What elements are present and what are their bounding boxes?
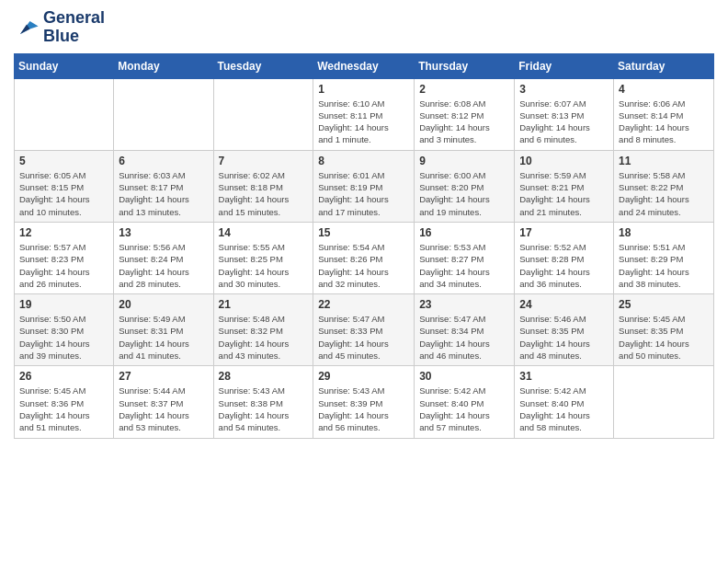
day-info: Sunrise: 6:00 AMSunset: 8:20 PMDaylight:…	[419, 169, 509, 218]
day-number: 2	[419, 83, 509, 96]
day-number: 16	[419, 226, 509, 239]
calendar-cell: 4Sunrise: 6:06 AMSunset: 8:14 PMDaylight…	[614, 78, 714, 150]
day-number: 9	[419, 155, 509, 167]
day-number: 11	[619, 155, 709, 167]
day-number: 23	[419, 298, 509, 311]
day-number: 26	[19, 370, 108, 383]
calendar-week-1: 1Sunrise: 6:10 AMSunset: 8:11 PMDaylight…	[15, 78, 714, 150]
day-info: Sunrise: 5:42 AMSunset: 8:40 PMDaylight:…	[419, 385, 509, 433]
weekday-header-wednesday: Wednesday	[313, 53, 415, 78]
day-info: Sunrise: 6:03 AMSunset: 8:17 PMDaylight:…	[119, 169, 208, 218]
day-info: Sunrise: 5:53 AMSunset: 8:27 PMDaylight:…	[419, 241, 509, 290]
calendar-cell: 31Sunrise: 5:42 AMSunset: 8:40 PMDayligh…	[515, 366, 614, 438]
day-number: 8	[318, 155, 409, 167]
day-number: 1	[318, 83, 409, 96]
weekday-header-thursday: Thursday	[415, 53, 515, 78]
day-info: Sunrise: 5:50 AMSunset: 8:30 PMDaylight:…	[19, 313, 108, 362]
calendar-cell	[213, 78, 313, 150]
day-number: 21	[219, 298, 309, 311]
day-number: 22	[318, 298, 409, 311]
day-number: 5	[19, 155, 108, 167]
calendar-cell: 27Sunrise: 5:44 AMSunset: 8:37 PMDayligh…	[114, 366, 213, 438]
logo-icon	[14, 15, 40, 40]
weekday-header-saturday: Saturday	[614, 53, 714, 78]
calendar-cell: 11Sunrise: 5:58 AMSunset: 8:22 PMDayligh…	[614, 150, 714, 222]
day-info: Sunrise: 5:56 AMSunset: 8:24 PMDaylight:…	[119, 241, 208, 290]
day-number: 20	[119, 298, 208, 311]
day-info: Sunrise: 6:01 AMSunset: 8:19 PMDaylight:…	[318, 169, 409, 218]
day-info: Sunrise: 5:46 AMSunset: 8:35 PMDaylight:…	[519, 313, 609, 362]
calendar-cell	[114, 78, 213, 150]
day-info: Sunrise: 5:42 AMSunset: 8:40 PMDaylight:…	[519, 385, 609, 433]
day-number: 29	[318, 370, 409, 383]
calendar-cell: 8Sunrise: 6:01 AMSunset: 8:19 PMDaylight…	[313, 150, 415, 222]
day-info: Sunrise: 5:52 AMSunset: 8:28 PMDaylight:…	[519, 241, 609, 290]
calendar-cell: 20Sunrise: 5:49 AMSunset: 8:31 PMDayligh…	[114, 294, 213, 366]
calendar-cell: 1Sunrise: 6:10 AMSunset: 8:11 PMDaylight…	[313, 78, 415, 150]
calendar-cell: 26Sunrise: 5:45 AMSunset: 8:36 PMDayligh…	[15, 366, 114, 438]
day-info: Sunrise: 5:49 AMSunset: 8:31 PMDaylight:…	[119, 313, 208, 362]
day-info: Sunrise: 5:57 AMSunset: 8:23 PMDaylight:…	[19, 241, 108, 290]
calendar-header-row: SundayMondayTuesdayWednesdayThursdayFrid…	[15, 53, 714, 78]
day-info: Sunrise: 5:47 AMSunset: 8:34 PMDaylight:…	[419, 313, 509, 362]
day-number: 31	[519, 370, 609, 383]
calendar-cell: 24Sunrise: 5:46 AMSunset: 8:35 PMDayligh…	[515, 294, 614, 366]
calendar-cell: 18Sunrise: 5:51 AMSunset: 8:29 PMDayligh…	[614, 222, 714, 293]
day-info: Sunrise: 6:10 AMSunset: 8:11 PMDaylight:…	[318, 98, 409, 146]
calendar-cell: 22Sunrise: 5:47 AMSunset: 8:33 PMDayligh…	[313, 294, 415, 366]
calendar-week-5: 26Sunrise: 5:45 AMSunset: 8:36 PMDayligh…	[15, 366, 714, 438]
calendar-cell: 12Sunrise: 5:57 AMSunset: 8:23 PMDayligh…	[15, 222, 114, 293]
weekday-header-sunday: Sunday	[15, 53, 114, 78]
day-number: 28	[219, 370, 309, 383]
day-info: Sunrise: 5:59 AMSunset: 8:21 PMDaylight:…	[519, 169, 609, 218]
day-info: Sunrise: 5:45 AMSunset: 8:36 PMDaylight:…	[19, 385, 108, 433]
day-info: Sunrise: 5:43 AMSunset: 8:39 PMDaylight:…	[318, 385, 409, 433]
day-number: 17	[519, 226, 609, 239]
calendar-week-2: 5Sunrise: 6:05 AMSunset: 8:15 PMDaylight…	[15, 150, 714, 222]
day-number: 12	[19, 226, 108, 239]
day-number: 4	[619, 83, 709, 96]
day-number: 27	[119, 370, 208, 383]
calendar-cell: 6Sunrise: 6:03 AMSunset: 8:17 PMDaylight…	[114, 150, 213, 222]
day-info: Sunrise: 6:02 AMSunset: 8:18 PMDaylight:…	[219, 169, 309, 218]
day-info: Sunrise: 6:06 AMSunset: 8:14 PMDaylight:…	[619, 98, 709, 146]
day-number: 10	[519, 155, 609, 167]
page-header: General Blue	[14, 9, 714, 46]
day-number: 6	[119, 155, 208, 167]
calendar-cell: 2Sunrise: 6:08 AMSunset: 8:12 PMDaylight…	[415, 78, 515, 150]
day-number: 24	[519, 298, 609, 311]
day-info: Sunrise: 6:07 AMSunset: 8:13 PMDaylight:…	[519, 98, 609, 146]
calendar-cell: 7Sunrise: 6:02 AMSunset: 8:18 PMDaylight…	[213, 150, 313, 222]
day-number: 30	[419, 370, 509, 383]
calendar-cell: 29Sunrise: 5:43 AMSunset: 8:39 PMDayligh…	[313, 366, 415, 438]
calendar-cell: 14Sunrise: 5:55 AMSunset: 8:25 PMDayligh…	[213, 222, 313, 293]
calendar-cell: 25Sunrise: 5:45 AMSunset: 8:35 PMDayligh…	[614, 294, 714, 366]
day-info: Sunrise: 5:47 AMSunset: 8:33 PMDaylight:…	[318, 313, 409, 362]
calendar-cell: 5Sunrise: 6:05 AMSunset: 8:15 PMDaylight…	[15, 150, 114, 222]
day-number: 25	[619, 298, 709, 311]
calendar-week-4: 19Sunrise: 5:50 AMSunset: 8:30 PMDayligh…	[15, 294, 714, 366]
calendar-table: SundayMondayTuesdayWednesdayThursdayFrid…	[14, 53, 714, 439]
calendar-cell: 15Sunrise: 5:54 AMSunset: 8:26 PMDayligh…	[313, 222, 415, 293]
day-number: 14	[219, 226, 309, 239]
day-info: Sunrise: 5:55 AMSunset: 8:25 PMDaylight:…	[219, 241, 309, 290]
weekday-header-friday: Friday	[515, 53, 614, 78]
calendar-cell: 17Sunrise: 5:52 AMSunset: 8:28 PMDayligh…	[515, 222, 614, 293]
day-info: Sunrise: 5:51 AMSunset: 8:29 PMDaylight:…	[619, 241, 709, 290]
day-info: Sunrise: 5:44 AMSunset: 8:37 PMDaylight:…	[119, 385, 208, 433]
calendar-cell	[15, 78, 114, 150]
weekday-header-tuesday: Tuesday	[213, 53, 313, 78]
calendar-cell: 28Sunrise: 5:43 AMSunset: 8:38 PMDayligh…	[213, 366, 313, 438]
day-info: Sunrise: 6:05 AMSunset: 8:15 PMDaylight:…	[19, 169, 108, 218]
day-number: 18	[619, 226, 709, 239]
day-info: Sunrise: 5:43 AMSunset: 8:38 PMDaylight:…	[219, 385, 309, 433]
calendar-cell: 16Sunrise: 5:53 AMSunset: 8:27 PMDayligh…	[415, 222, 515, 293]
calendar-week-3: 12Sunrise: 5:57 AMSunset: 8:23 PMDayligh…	[15, 222, 714, 293]
calendar-cell: 30Sunrise: 5:42 AMSunset: 8:40 PMDayligh…	[415, 366, 515, 438]
calendar-cell: 9Sunrise: 6:00 AMSunset: 8:20 PMDaylight…	[415, 150, 515, 222]
calendar-cell: 19Sunrise: 5:50 AMSunset: 8:30 PMDayligh…	[15, 294, 114, 366]
day-info: Sunrise: 5:54 AMSunset: 8:26 PMDaylight:…	[318, 241, 409, 290]
day-info: Sunrise: 5:45 AMSunset: 8:35 PMDaylight:…	[619, 313, 709, 362]
day-number: 3	[519, 83, 609, 96]
day-number: 7	[219, 155, 309, 167]
